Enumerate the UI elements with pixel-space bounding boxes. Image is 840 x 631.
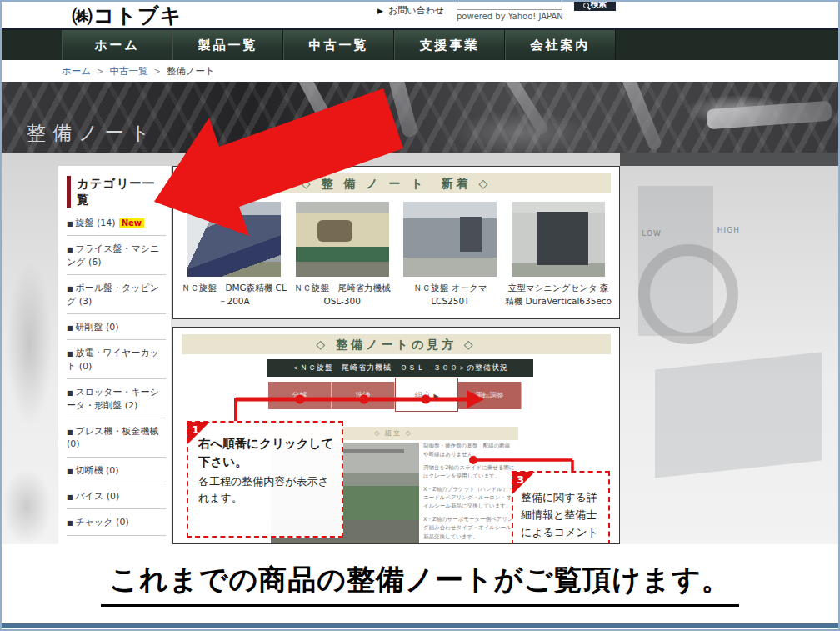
product-card[interactable]: ＮＣ旋盤 尾崎省力機械 OSL-300: [288, 202, 397, 308]
category-label: チャック (0): [76, 517, 129, 528]
bullet-icon: ■: [67, 389, 73, 397]
breadcrumb-separator: >: [97, 67, 103, 76]
page-title: 整備ノート: [27, 120, 157, 146]
tab-cleaning[interactable]: 洗浄: [332, 382, 395, 409]
contact-link[interactable]: ▶お問い合わせ: [378, 4, 444, 17]
annotation-number: 1: [192, 423, 199, 436]
category-item[interactable]: ■切断機 (0): [67, 458, 166, 483]
category-label: バイス (0): [76, 491, 120, 502]
category-label: ボール盤・タッピング (3): [67, 283, 159, 306]
product-card[interactable]: ＮＣ旋盤 DMG森精機 CL－200A: [180, 202, 288, 308]
nav-item-company[interactable]: 会社案内: [505, 30, 616, 60]
category-label: スロッター・キーシータ・形削盤 (2): [67, 387, 159, 410]
breadcrumb-home[interactable]: ホーム: [62, 65, 91, 77]
search-button[interactable]: 検索: [574, 0, 616, 11]
product-card[interactable]: 立型マシニングセンタ 森精機 DuraVertical635eco: [504, 202, 612, 308]
new-badge: New: [119, 218, 144, 228]
tab-assembly[interactable]: 組立▶: [395, 378, 458, 412]
product-card[interactable]: ＮＣ旋盤 オークマ LCS250T: [397, 202, 505, 308]
category-label: 研削盤 (0): [76, 322, 119, 333]
category-item[interactable]: ■プレス機・板金機械 (0): [67, 418, 166, 458]
annotation-3: 3 整備に関する詳細情報と整備士によるコメントです。ぜひご覧くださいませ。: [512, 471, 610, 544]
hero-banner: 整備ノート: [2, 82, 838, 153]
background-photo-shape: [7, 261, 52, 428]
caption-text: これまでの商品の整備ノートがご覧頂けます。: [101, 561, 738, 607]
tab-arrow-icon: ▶: [433, 393, 438, 400]
tab-disassembly[interactable]: 分解: [268, 382, 332, 409]
category-item[interactable]: ■研削盤 (0): [67, 314, 166, 340]
dial-high-label: HIGH: [718, 226, 740, 234]
site-header: ㈱コトブキ ▶お問い合わせ powered by Yahoo! JAPAN 検索: [2, 2, 838, 28]
tools-photo-shape: [287, 82, 342, 140]
nav-item-products[interactable]: 製品一覧: [172, 30, 283, 60]
category-item[interactable]: ■チャック (0): [67, 509, 166, 535]
annotation-number: 3: [517, 473, 524, 486]
search-icon: [583, 3, 589, 8]
category-item-lathe[interactable]: ■旋盤 (14)New: [67, 210, 166, 236]
nav-item-home[interactable]: ホーム: [62, 30, 172, 60]
new-arrivals-heading: ◇ 整 備 ノ ー ト 新着 ◇: [182, 173, 611, 193]
site-logo[interactable]: ㈱コトブキ: [72, 2, 182, 29]
note-line: 刃物台を2軸のスライドに乗せる際にはクレーンを使用しています。: [423, 463, 515, 481]
background-photo-shape: [655, 352, 822, 478]
bullet-icon: ■: [67, 468, 73, 475]
product-name: 立型マシニングセンタ 森精機 DuraVertical635eco: [504, 282, 612, 308]
category-item[interactable]: ■フライス盤・マシニング (6): [67, 236, 166, 275]
background-photo-shape: [2, 469, 52, 544]
bullet-icon: ■: [67, 246, 73, 253]
note-line: 制御盤・操作盤の基盤、配線の断線や断線はありません。: [423, 442, 515, 459]
breadcrumb: ホーム>中古一覧>整備ノート: [2, 60, 838, 82]
product-photo: [188, 202, 281, 277]
note-line: X・Z軸のブラケット（ハンドル）・ニードルベアリング・ルーロン・オイルシール新品…: [423, 485, 515, 511]
tools-photo-shape: [376, 82, 418, 138]
breadcrumb-separator: >: [153, 67, 160, 76]
caption-area: これまでの商品の整備ノートがご覧頂けます。: [2, 544, 838, 623]
product-photo: [403, 202, 497, 277]
category-item[interactable]: ■スロッター・キーシータ・形削盤 (2): [67, 379, 166, 418]
category-label: 旋盤 (14): [76, 218, 116, 228]
guide-panel: ◇ 整備ノートの見方 ◇ ＜ＮＣ旋盤 尾崎省力機械 ＯＳＬ－３００＞の整備状況 …: [172, 327, 620, 544]
annotation-1: 1 右へ順番にクリックして下さい。 各工程の整備内容が表示されます。: [187, 421, 343, 538]
bullet-icon: ■: [67, 220, 73, 228]
background-photo-shape: [638, 186, 713, 336]
tools-photo-shape: [706, 101, 832, 129]
contact-label: お問い合わせ: [388, 5, 444, 16]
search-input[interactable]: [457, 0, 562, 10]
category-label: フライス盤・マシニング (6): [67, 243, 159, 267]
category-sidebar: カテゴリー一覧 ■旋盤 (14)New ■フライス盤・マシニング (6) ■ボー…: [58, 166, 171, 544]
bullet-icon: ■: [67, 285, 73, 293]
maintenance-notes: 制御盤・操作盤の基盤、配線の断線や断線はありません。 刃物台を2軸のスライドに乗…: [423, 442, 515, 544]
product-name: ＮＣ旋盤 DMG森精機 CL－200A: [180, 282, 288, 308]
breadcrumb-used[interactable]: 中古一覧: [109, 65, 148, 77]
category-item[interactable]: ■ボール盤・タッピング (3): [67, 275, 166, 314]
process-tabs: 分解 洗浄 組立▶ 運転調整: [268, 382, 522, 409]
sidebar-title: カテゴリー一覧: [67, 176, 166, 208]
annotation-1-title: 右へ順番にクリックして下さい。: [198, 434, 335, 472]
category-item[interactable]: ■放電・ワイヤーカット (0): [67, 340, 166, 379]
category-item[interactable]: ■マグネットチャック (0): [67, 536, 166, 544]
bullet-icon: ■: [67, 493, 73, 501]
new-arrivals-panel: ◇ 整 備 ノ ー ト 新着 ◇ ＮＣ旋盤 DMG森精機 CL－200A ＮＣ旋…: [172, 166, 620, 319]
category-list: ■旋盤 (14)New ■フライス盤・マシニング (6) ■ボール盤・タッピング…: [67, 210, 166, 544]
category-item[interactable]: ■バイス (0): [67, 483, 166, 509]
slide-bottom-bar: [2, 623, 838, 628]
nav-item-support[interactable]: 支援事業: [394, 30, 505, 60]
product-photo: [296, 202, 389, 277]
search-button-label: 検索: [591, 0, 608, 10]
slide: ㈱コトブキ ▶お問い合わせ powered by Yahoo! JAPAN 検索…: [0, 0, 840, 631]
nav-item-used[interactable]: 中古一覧: [283, 30, 394, 60]
powered-by-label: powered by Yahoo! JAPAN: [457, 12, 563, 21]
bullet-icon: ■: [67, 428, 73, 436]
category-label: 切断機 (0): [76, 465, 119, 476]
tab-assembly-label: 組立: [414, 391, 431, 400]
category-label: プレス機・板金機械 (0): [67, 426, 158, 449]
product-row: ＮＣ旋盤 DMG森精機 CL－200A ＮＣ旋盤 尾崎省力機械 OSL-300 …: [173, 193, 619, 308]
tab-test-run[interactable]: 運転調整: [458, 382, 522, 409]
main-nav: ホーム 製品一覧 中古一覧 支援事業 会社案内: [2, 30, 838, 60]
bullet-icon: ■: [67, 519, 73, 527]
product-name: ＮＣ旋盤 オークマ LCS250T: [397, 282, 505, 308]
bullet-icon: ■: [67, 324, 73, 332]
category-label: 放電・ワイヤーカット (0): [67, 348, 159, 371]
bullet-icon: ■: [67, 350, 73, 358]
background-photo-shape: [620, 153, 838, 166]
